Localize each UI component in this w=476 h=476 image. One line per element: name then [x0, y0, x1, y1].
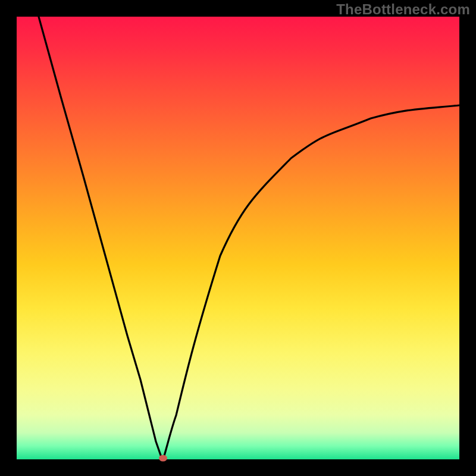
- minimum-marker: [159, 455, 167, 462]
- curve-svg: [17, 17, 459, 459]
- bottleneck-curve-right: [163, 105, 459, 459]
- watermark-text: TheBottleneck.com: [336, 1, 470, 18]
- plot-area: [17, 17, 459, 459]
- bottleneck-curve-left: [39, 17, 163, 459]
- chart-frame: TheBottleneck.com: [0, 0, 476, 476]
